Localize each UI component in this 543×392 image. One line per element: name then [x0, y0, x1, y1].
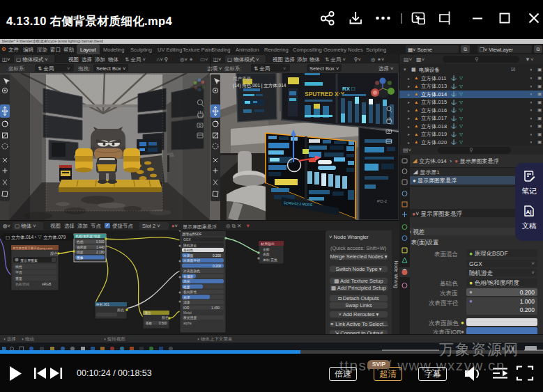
svg-text:1.450: 1.450: [211, 306, 220, 310]
svg-text:次表面颜色: 次表面颜色: [183, 269, 200, 273]
svg-text:原理化BSDF: 原理化BSDF: [182, 232, 201, 237]
svg-text:平直: 平直: [15, 270, 22, 274]
svg-text:色相/饱和度/明度: 色相/饱和度/明度: [75, 234, 100, 239]
svg-text:0.500: 0.500: [96, 240, 105, 244]
svg-text:发光强度: 发光强度: [183, 315, 197, 320]
svg-text:清漆: 清漆: [183, 301, 190, 304]
svg-text:GGX: GGX: [183, 238, 191, 242]
svg-text:全部: 全部: [263, 247, 270, 252]
svg-text:颜色: 颜色: [117, 308, 124, 312]
svg-text:颜色: 颜色: [50, 251, 59, 256]
svg-text:2.180: 2.180: [96, 251, 105, 254]
svg-text:颜色: 颜色: [162, 315, 169, 320]
svg-text:糙度: 糙度: [183, 285, 190, 290]
svg-text:PO-2: PO-2: [377, 199, 388, 203]
svg-text:光泽: 光泽: [183, 295, 190, 300]
svg-text:0.500: 0.500: [159, 322, 167, 325]
svg-text:Metal: Metal: [183, 311, 192, 315]
svg-text:重复: 重复: [15, 276, 22, 281]
svg-text:表面: 表面: [263, 252, 270, 256]
svg-text:系数: 系数: [146, 321, 153, 326]
svg-text:(14) 角色.001 | 立方体.014: (14) 角色.001 | 立方体.014: [233, 83, 286, 88]
svg-text:基础色: 基础色: [183, 249, 194, 252]
svg-text:次表面: 次表面: [183, 253, 194, 258]
svg-text:SPUTRED X·Y: SPUTRED X·Y: [305, 91, 344, 97]
svg-text:次表面半径: 次表面半径: [183, 258, 200, 262]
svg-text:色彩空间: 色彩空间: [15, 282, 29, 287]
svg-text:0.200: 0.200: [213, 254, 221, 258]
svg-text:显示屏图案字幕滚动.png i.exe: 显示屏图案字幕滚动.png i.exe: [13, 246, 53, 250]
svg-text:随机游走: 随机游走: [183, 243, 197, 248]
svg-text:明度: 明度: [77, 250, 84, 255]
svg-text:混合: 混合: [144, 311, 151, 315]
svg-text:alpha: alpha: [183, 322, 192, 325]
svg-text:0.200: 0.200: [213, 265, 221, 268]
svg-text:1.440: 1.440: [96, 246, 105, 249]
svg-text:金属度: 金属度: [183, 274, 194, 279]
svg-text:映射.001: 映射.001: [96, 303, 109, 306]
svg-text:sRGB: sRGB: [42, 282, 52, 286]
svg-text:图像: 图像: [77, 256, 84, 260]
svg-text:饱和度: 饱和度: [77, 245, 87, 250]
svg-text:A|: A|: [526, 209, 532, 215]
svg-text:IOR: IOR: [183, 306, 190, 310]
svg-text:显示屏图案: 显示屏图案: [20, 258, 38, 263]
svg-text:高光: 高光: [183, 279, 190, 284]
svg-text:线性: 线性: [15, 265, 22, 269]
svg-text:▢ 立方体.014 › ▽ 立方体.079: ▢ 立方体.014 › ▽ 立方体.079: [6, 235, 66, 240]
svg-text:RX □: RX □: [342, 86, 355, 92]
svg-text:各向异性: 各向异性: [183, 290, 197, 295]
svg-text:用户透视: 用户透视: [233, 76, 252, 81]
svg-text:材质输出: 材质输出: [260, 242, 275, 246]
